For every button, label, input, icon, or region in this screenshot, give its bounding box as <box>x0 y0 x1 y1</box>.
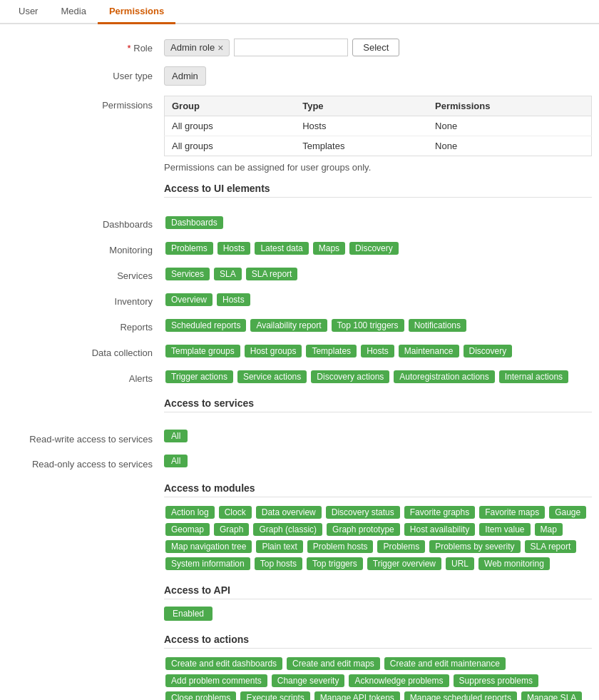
tag-sla-report-mod: SLA report <box>525 540 577 553</box>
tag-create-edit-maps: Create and edit maps <box>287 657 380 670</box>
tag-discovery: Discovery <box>349 242 399 255</box>
tag-latest-data: Latest data <box>255 242 308 255</box>
tag-top-triggers: Top triggers <box>307 557 363 570</box>
read-write-all: All <box>164 430 188 442</box>
content: Role Admin role × Select User type Admin… <box>0 24 599 700</box>
tag-favorite-graphs: Favorite graphs <box>404 506 475 519</box>
tag-add-problem-comments: Add problem comments <box>165 674 267 687</box>
access-services-section: Access to services Read-write access to … <box>7 397 592 470</box>
read-write-label: Read-write access to services <box>7 430 164 445</box>
role-label: Role <box>7 39 164 54</box>
inventory-tags: Overview Hosts <box>164 292 592 308</box>
alerts-label: Alerts <box>7 369 164 384</box>
tag-clock: Clock <box>219 506 252 519</box>
tab-permissions[interactable]: Permissions <box>98 0 175 24</box>
access-api-section: Access to API Enabled <box>7 584 592 621</box>
tag-action-log: Action log <box>165 506 215 519</box>
tag-availability-report: Availability report <box>250 319 327 332</box>
tag-maintenance: Maintenance <box>399 345 459 357</box>
tab-user[interactable]: User <box>7 0 49 24</box>
select-button[interactable]: Select <box>352 39 399 56</box>
tag-trigger-actions: Trigger actions <box>165 370 233 383</box>
api-enabled-tag: Enabled <box>164 607 213 621</box>
tag-plain-text: Plain text <box>256 540 302 553</box>
tag-create-edit-maintenance: Create and edit maintenance <box>384 657 506 670</box>
tabs: User Media Permissions <box>0 0 599 24</box>
services-row: Services Services SLA SLA report <box>7 266 592 282</box>
services-title-value: Access to services <box>164 397 592 420</box>
tag-overview: Overview <box>165 293 213 306</box>
permissions-table: Group Type Permissions All groups Hosts … <box>164 96 592 156</box>
access-actions-section: Access to actions Create and edit dashbo… <box>7 634 592 700</box>
tag-top100: Top 100 triggers <box>332 319 404 332</box>
col-permissions: Permissions <box>428 96 591 116</box>
tag-change-severity: Change severity <box>272 674 345 687</box>
role-tag-remove[interactable]: × <box>217 42 223 54</box>
dashboards-row: Dashboards Dashboards <box>7 215 592 230</box>
tag-template-groups: Template groups <box>165 345 240 357</box>
row1-permissions: None <box>428 116 591 136</box>
user-type-row: User type Admin <box>7 66 592 86</box>
actions-title-spacer <box>7 634 164 638</box>
tag-manage-api-tokens: Manage API tokens <box>314 691 400 700</box>
tag-execute-scripts: Execute scripts <box>240 691 309 700</box>
tag-suppress-problems: Suppress problems <box>454 674 538 687</box>
tag-discovery-status: Discovery status <box>326 506 400 519</box>
user-type-value: Admin <box>164 66 206 86</box>
permissions-label: Permissions <box>7 96 164 111</box>
user-type-value-container: Admin <box>164 66 592 86</box>
tag-scheduled-reports: Scheduled reports <box>165 319 246 332</box>
tag-internal-actions: Internal actions <box>499 370 568 383</box>
api-title-spacer <box>7 584 164 589</box>
tab-media[interactable]: Media <box>49 0 97 24</box>
col-group: Group <box>165 96 296 116</box>
read-write-row: Read-write access to services All <box>7 430 592 445</box>
data-collection-label: Data collection <box>7 343 164 358</box>
services-tags: Services SLA SLA report <box>164 266 592 282</box>
row1-type: Hosts <box>295 116 428 136</box>
tag-geomap: Geomap <box>165 523 210 536</box>
tag-item-value: Item value <box>479 523 530 536</box>
modules-section-title: Access to modules <box>164 482 592 497</box>
services-label: Services <box>7 266 164 281</box>
monitoring-row: Monitoring Problems Hosts Latest data Ma… <box>7 240 592 256</box>
role-tag-text: Admin role <box>170 42 215 53</box>
modules-title-value: Access to modules Action log Clock Data … <box>164 482 592 572</box>
dashboards-tags: Dashboards <box>164 215 592 230</box>
tag-problems: Problems <box>165 242 213 255</box>
tag-favorite-maps: Favorite maps <box>479 506 545 519</box>
row1-group: All groups <box>165 116 296 136</box>
ui-title-row: Access to UI elements <box>7 183 592 205</box>
tag-host-availability: Host availability <box>404 523 475 536</box>
tag-problems-mod: Problems <box>377 540 425 553</box>
tag-graph-classic: Graph (classic) <box>253 523 322 536</box>
api-section-title: Access to API <box>164 584 592 599</box>
tag-close-problems: Close problems <box>165 691 236 700</box>
reports-row: Reports Scheduled reports Availability r… <box>7 318 592 333</box>
tag-create-edit-dashboards: Create and edit dashboards <box>165 657 282 670</box>
tag-autoregistration-actions: Autoregistration actions <box>394 370 494 383</box>
table-row: All groups Hosts None <box>165 116 592 136</box>
read-only-row: Read-only access to services All <box>7 455 592 470</box>
role-input[interactable] <box>234 39 348 56</box>
modules-title-spacer <box>7 482 164 487</box>
table-row: All groups Templates None <box>165 136 592 156</box>
tag-top-hosts: Top hosts <box>255 557 302 570</box>
tag-sla-report: SLA report <box>246 268 298 280</box>
actions-title-value: Access to actions Create and edit dashbo… <box>164 634 592 700</box>
ui-section-title: Access to UI elements <box>164 183 592 198</box>
data-collection-tags: Template groups Host groups Templates Ho… <box>164 343 592 359</box>
actions-section-title: Access to actions <box>164 634 592 649</box>
permissions-info: Permissions can be assigned for user gro… <box>164 162 592 173</box>
dashboards-label: Dashboards <box>7 215 164 230</box>
read-only-value: All <box>164 455 592 467</box>
tag-acknowledge-problems: Acknowledge problems <box>349 674 449 687</box>
modules-tags: Action log Clock Data overview Discovery… <box>164 504 592 572</box>
modules-title-row: Access to modules Action log Clock Data … <box>7 482 592 572</box>
inventory-row: Inventory Overview Hosts <box>7 292 592 308</box>
reports-tags: Scheduled reports Availability report To… <box>164 318 592 333</box>
services-title-row: Access to services <box>7 397 592 420</box>
access-modules-section: Access to modules Action log Clock Data … <box>7 482 592 572</box>
read-only-all: All <box>164 455 188 467</box>
tag-trigger-overview: Trigger overview <box>367 557 441 570</box>
